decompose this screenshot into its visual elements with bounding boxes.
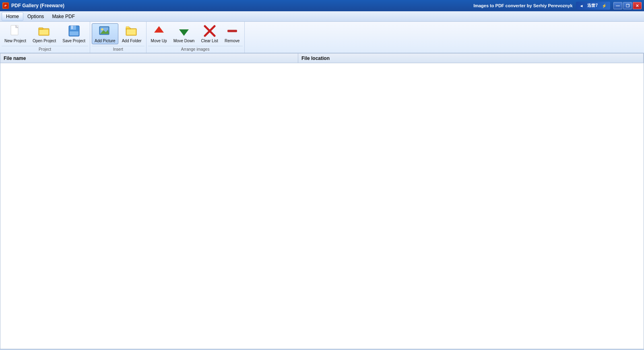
add-picture-button[interactable]: Add Picture <box>92 23 118 44</box>
header-right: Images to PDF converter by Serhiy Perevo… <box>473 2 642 10</box>
svg-rect-9 <box>71 26 73 29</box>
save-project-button[interactable]: Save Project <box>60 23 88 44</box>
menu-bar: Home Options Make PDF <box>0 11 644 22</box>
column-header-location: File location <box>298 54 644 63</box>
move-down-icon <box>178 25 190 37</box>
remove-icon <box>226 25 239 37</box>
move-down-label: Move Down <box>173 39 195 43</box>
remove-button[interactable]: Remove <box>222 23 243 44</box>
title-text: P PDF Gallery (Freeware) <box>2 2 64 9</box>
quick-launch-label: 迅雷7 <box>586 2 599 9</box>
remove-label: Remove <box>225 39 239 43</box>
move-down-button[interactable]: Move Down <box>171 23 198 44</box>
svg-rect-24 <box>227 30 237 32</box>
open-project-button[interactable]: Open Project <box>30 23 59 44</box>
toolbar: New Project Open Project <box>0 22 644 53</box>
clear-list-button[interactable]: Clear List <box>198 23 221 44</box>
window-controls: — ❒ ✕ <box>613 2 642 9</box>
move-up-label: Move Up <box>151 39 167 43</box>
svg-marker-20 <box>154 26 164 33</box>
column-header-name: File name <box>0 54 298 63</box>
toolbar-group-insert: Add Picture Add Folder Insert <box>90 22 147 53</box>
add-picture-icon <box>99 25 111 37</box>
file-list-header: File name File location <box>0 54 644 63</box>
save-project-label: Save Project <box>62 39 85 43</box>
main-content: File name File location <box>0 53 644 349</box>
minimize-button[interactable]: — <box>613 2 622 9</box>
toolbar-group-arrange: Move Up Move Down Clear List <box>147 22 245 53</box>
quick-launch[interactable]: ◄ 迅雷7 ⚡ <box>576 2 610 10</box>
add-folder-label: Add Folder <box>122 39 142 43</box>
arrange-buttons: Move Up Move Down Clear List <box>148 23 243 45</box>
add-folder-button[interactable]: Add Folder <box>119 23 144 44</box>
svg-marker-21 <box>179 29 189 36</box>
quick-icon-left: ◄ <box>578 3 585 8</box>
menu-options[interactable]: Options <box>23 12 48 21</box>
insert-buttons: Add Picture Add Folder <box>92 23 144 45</box>
close-button[interactable]: ✕ <box>633 2 642 9</box>
save-project-icon <box>68 25 80 37</box>
file-list-container[interactable]: File name File location <box>0 53 644 349</box>
svg-rect-10 <box>70 31 78 35</box>
new-project-label: New Project <box>4 39 26 43</box>
svg-text:P: P <box>4 4 7 8</box>
move-up-icon <box>153 25 165 37</box>
project-buttons: New Project Open Project <box>2 23 88 45</box>
new-project-button[interactable]: New Project <box>2 23 29 44</box>
quick-icon-right: ⚡ <box>601 3 608 8</box>
add-picture-label: Add Picture <box>95 39 116 43</box>
restore-button[interactable]: ❒ <box>623 2 632 9</box>
project-group-label: Project <box>2 46 88 53</box>
svg-point-13 <box>101 29 103 31</box>
app-title: PDF Gallery (Freeware) <box>11 3 64 8</box>
app-icon: P <box>2 2 9 9</box>
arrange-group-label: Arrange images <box>148 46 243 53</box>
insert-group-label: Insert <box>92 46 144 53</box>
menu-make-pdf[interactable]: Make PDF <box>48 12 79 21</box>
svg-rect-17 <box>127 29 136 35</box>
clear-list-label: Clear List <box>201 39 218 43</box>
svg-rect-5 <box>39 28 43 29</box>
open-project-label: Open Project <box>33 39 56 43</box>
new-project-icon <box>9 25 22 37</box>
add-folder-icon <box>125 25 138 37</box>
converter-credit: Images to PDF converter by Serhiy Perevo… <box>473 3 572 8</box>
svg-rect-6 <box>39 30 48 35</box>
toolbar-group-project: New Project Open Project <box>0 22 90 53</box>
svg-rect-18 <box>126 27 129 28</box>
file-list-body[interactable] <box>0 63 644 339</box>
title-bar: P PDF Gallery (Freeware) Images to PDF c… <box>0 0 644 11</box>
move-up-button[interactable]: Move Up <box>148 23 170 44</box>
open-project-icon <box>38 25 51 37</box>
clear-list-icon <box>203 25 216 37</box>
menu-home[interactable]: Home <box>2 12 23 21</box>
